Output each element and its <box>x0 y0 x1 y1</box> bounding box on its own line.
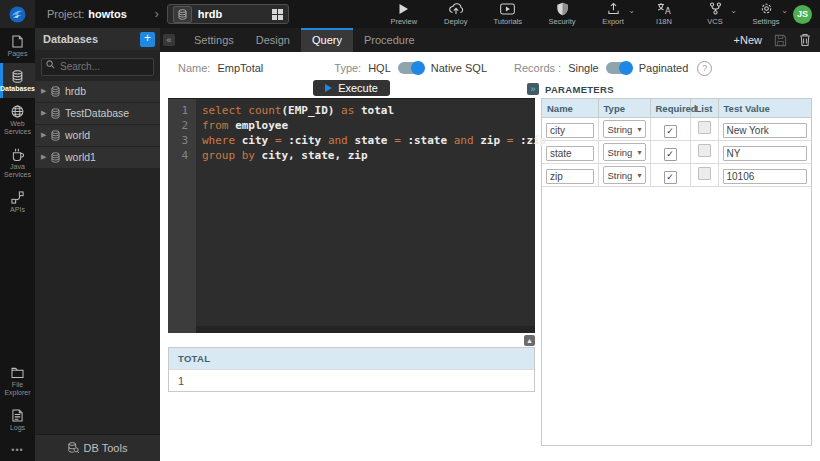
code-token: = <box>507 134 520 147</box>
results-rows: 1 <box>169 369 534 391</box>
param-name-input[interactable] <box>546 169 594 184</box>
topbar-action[interactable]: Security ⌄ <box>543 2 581 26</box>
grid-view-icon[interactable] <box>272 9 283 20</box>
rail-item[interactable]: APIs <box>0 184 35 219</box>
more-options-icon[interactable]: ••• <box>0 437 35 461</box>
param-type-select[interactable]: String <box>603 166 646 184</box>
name-label: Name: <box>178 62 210 74</box>
database-list-item[interactable]: TestDatabase <box>35 103 160 125</box>
save-icon[interactable] <box>774 34 787 47</box>
rail-item[interactable]: Logs <box>0 402 35 437</box>
rail-item-label: Java Services <box>3 163 32 179</box>
logs-icon <box>12 408 23 422</box>
topbar-action[interactable]: Preview ⌄ <box>385 2 423 26</box>
code-token: = <box>394 134 407 147</box>
rail-item[interactable]: Java Services <box>0 141 35 184</box>
records-option-paginated[interactable]: Paginated <box>639 62 689 74</box>
topbar-action-label: Security <box>548 17 575 26</box>
column-header: Name <box>542 99 598 118</box>
parameter-row: String <box>542 164 811 187</box>
code-token: from <box>202 119 235 132</box>
topbar-action[interactable]: Deploy ⌄ <box>437 2 475 26</box>
database-selector[interactable]: hrdb <box>167 4 289 24</box>
topbar-action[interactable]: Settings ⌄ <box>747 2 785 26</box>
code-text: from employee <box>196 118 288 133</box>
delete-icon[interactable] <box>799 33 811 47</box>
help-icon[interactable] <box>697 61 712 76</box>
list-checkbox[interactable] <box>698 144 711 157</box>
required-checkbox[interactable] <box>664 125 677 138</box>
rail-item-label: File Explorer <box>3 381 32 397</box>
database-list-item[interactable]: world1 <box>35 147 160 169</box>
topbar-action-label: Export <box>602 17 624 26</box>
expand-caret-icon[interactable] <box>41 109 51 117</box>
expand-caret-icon[interactable] <box>41 153 51 161</box>
tab[interactable]: Procedure <box>353 28 426 52</box>
topbar-action[interactable]: A I18N ⌄ <box>645 2 683 26</box>
tab[interactable]: Design <box>245 28 301 52</box>
list-checkbox[interactable] <box>698 167 711 180</box>
sql-editor[interactable]: 1 select count(EMP_ID) as total 2 from e… <box>168 98 535 333</box>
rail-item[interactable]: Web Services <box>0 98 35 141</box>
rail-item[interactable]: Databases <box>0 63 35 98</box>
db-tools-button[interactable]: DB Tools <box>35 434 160 461</box>
expand-caret-icon[interactable] <box>41 87 51 95</box>
rail-item[interactable]: File Explorer <box>0 359 35 402</box>
topbar-action[interactable]: VCS ⌄ <box>696 2 734 26</box>
user-avatar[interactable]: JS <box>793 5 812 24</box>
expand-caret-icon[interactable] <box>41 131 51 139</box>
database-name: TestDatabase <box>65 107 129 119</box>
code-token: city, state, zip <box>262 149 368 162</box>
column-header: Required <box>650 99 690 118</box>
new-query-button[interactable]: +New <box>734 34 762 46</box>
param-type-select[interactable]: String <box>603 143 646 161</box>
param-type-select[interactable]: String <box>603 120 646 138</box>
add-database-button[interactable]: + <box>140 32 155 47</box>
query-name-value[interactable]: EmpTotal <box>217 62 263 74</box>
topbar-action[interactable]: Tutorials ⌄ <box>489 2 527 26</box>
type-option-hql[interactable]: HQL <box>368 62 391 74</box>
play-icon <box>325 84 332 92</box>
type-option-nativesql[interactable]: Native SQL <box>431 62 487 74</box>
project-name: howtos <box>88 8 127 20</box>
app-logo[interactable] <box>0 0 35 28</box>
topbar-action-label: Deploy <box>444 17 467 26</box>
param-test-value-input[interactable] <box>723 123 808 138</box>
rail-item[interactable]: Pages <box>0 28 35 63</box>
collapse-results-icon[interactable] <box>524 335 535 346</box>
records-option-single[interactable]: Single <box>568 62 599 74</box>
tab[interactable]: Query <box>301 28 353 52</box>
type-toggle[interactable] <box>398 62 424 74</box>
records-toggle[interactable] <box>606 62 632 74</box>
param-name-input[interactable] <box>546 146 594 161</box>
collapse-panel-icon[interactable] <box>163 34 175 46</box>
database-icon <box>173 6 192 23</box>
java-services-icon <box>12 147 24 161</box>
query-content: Name: EmpTotal Type: HQL Native SQL Reco… <box>160 52 820 461</box>
search-icon <box>46 60 55 69</box>
db-tools-label: DB Tools <box>84 442 128 454</box>
param-name-input[interactable] <box>546 123 594 138</box>
required-checkbox[interactable] <box>664 171 677 184</box>
list-checkbox[interactable] <box>698 121 711 134</box>
databases-panel: Databases + hrdb <box>35 28 160 461</box>
parameters-title: PARAMETERS <box>545 84 614 95</box>
code-token: count <box>248 104 281 117</box>
code-token: :zip <box>520 134 547 147</box>
database-search-input[interactable] <box>41 58 154 76</box>
param-test-value-input[interactable] <box>723 169 808 184</box>
topbar-action[interactable]: Export ⌄ <box>594 2 632 26</box>
work-area: Execute 1 select count(EMP_ID) as total … <box>168 80 812 461</box>
database-list-item[interactable]: world <box>35 125 160 147</box>
parameters-panel: Name Type Required List Test Value <box>541 98 812 446</box>
param-test-value-input[interactable] <box>723 146 808 161</box>
expand-panel-icon[interactable] <box>527 83 539 95</box>
code-token: and <box>328 134 355 147</box>
database-list-item[interactable]: hrdb <box>35 81 160 103</box>
column-header: Test Value <box>718 99 811 118</box>
tab[interactable]: Settings <box>183 28 245 52</box>
required-checkbox[interactable] <box>664 148 677 161</box>
rail-bottom-group: File Explorer Logs <box>0 359 35 437</box>
execute-button[interactable]: Execute <box>313 80 390 96</box>
chevron-right-icon: › <box>155 7 159 21</box>
